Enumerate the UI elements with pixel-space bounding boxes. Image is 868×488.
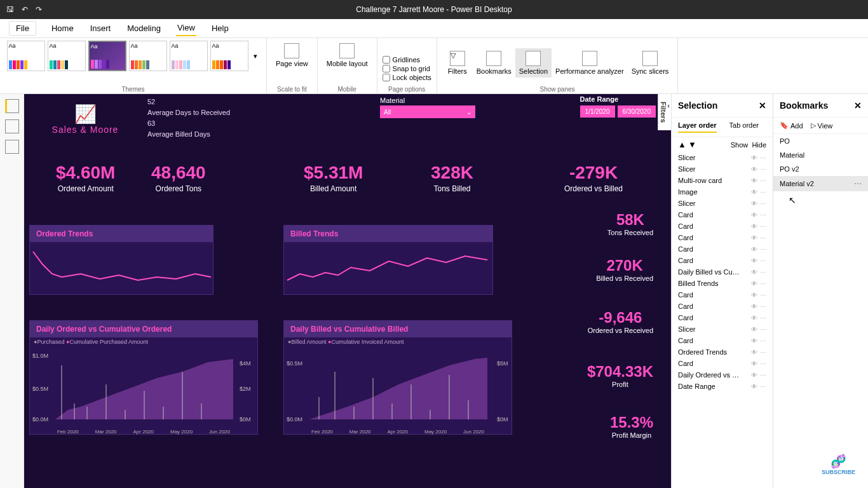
- gridlines-checkbox[interactable]: Gridlines: [383, 56, 420, 64]
- theme-swatch-6[interactable]: Aa: [210, 41, 248, 71]
- bookmark-item[interactable]: Material v2⋯: [773, 176, 868, 191]
- billed-trends-chart[interactable]: Billed Trends: [283, 225, 493, 295]
- move-up-icon[interactable]: ▲: [678, 140, 686, 149]
- filters-pane-toggle[interactable]: Filters: [658, 94, 671, 130]
- visibility-icon[interactable]: 👁: [751, 349, 757, 356]
- selection-item[interactable]: Card👁⋯: [672, 220, 773, 232]
- tab-home[interactable]: Home: [50, 21, 75, 36]
- more-icon[interactable]: ⋯: [760, 166, 766, 173]
- more-icon[interactable]: ⋯: [760, 280, 766, 287]
- mobile-layout-button[interactable]: Mobile layout: [323, 41, 372, 70]
- selection-item[interactable]: Card👁⋯: [672, 289, 773, 301]
- selection-item[interactable]: Card👁⋯: [672, 301, 773, 312]
- theme-swatch-3[interactable]: Aa: [88, 41, 126, 71]
- report-view-icon[interactable]: [5, 99, 19, 113]
- visibility-icon[interactable]: 👁: [751, 383, 757, 390]
- date-from[interactable]: 1/1/2020: [580, 105, 615, 118]
- selection-item[interactable]: Card👁⋯: [672, 243, 773, 255]
- selection-item[interactable]: Date Range👁⋯: [672, 381, 773, 392]
- move-down-icon[interactable]: ▼: [688, 140, 696, 149]
- filters-button[interactable]: ▽Filters: [442, 48, 473, 78]
- selection-item[interactable]: Card👁⋯: [672, 232, 773, 243]
- tab-insert[interactable]: Insert: [89, 21, 112, 36]
- visibility-icon[interactable]: 👁: [751, 189, 757, 196]
- visibility-icon[interactable]: 👁: [751, 360, 757, 367]
- close-icon[interactable]: ✕: [854, 100, 862, 111]
- tab-view[interactable]: View: [176, 20, 196, 36]
- bookmark-item[interactable]: Material: [773, 148, 868, 162]
- selection-item[interactable]: Card👁⋯: [672, 209, 773, 220]
- selection-item[interactable]: Slicer👁⋯: [672, 198, 773, 209]
- ordered-trends-chart[interactable]: Ordered Trends: [29, 225, 214, 295]
- tab-order-tab[interactable]: Tab order: [729, 121, 759, 133]
- visibility-icon[interactable]: 👁: [751, 154, 757, 161]
- themes-dropdown-icon[interactable]: ▾: [251, 52, 260, 60]
- selection-item[interactable]: Card👁⋯: [672, 335, 773, 346]
- redo-icon[interactable]: ↷: [36, 5, 42, 14]
- lock-checkbox[interactable]: Lock objects: [383, 74, 431, 81]
- selection-item[interactable]: Slicer👁⋯: [672, 152, 773, 163]
- selection-item[interactable]: Card👁⋯: [672, 312, 773, 323]
- date-to[interactable]: 6/30/2020: [618, 105, 656, 118]
- material-slicer[interactable]: Material All⌄: [380, 97, 475, 118]
- snap-checkbox[interactable]: Snap to grid: [383, 65, 430, 72]
- visibility-icon[interactable]: 👁: [751, 200, 757, 207]
- report-canvas[interactable]: Filters 📈 Sales & Moore 52 Average Days …: [24, 94, 671, 488]
- tab-help[interactable]: Help: [210, 21, 230, 36]
- theme-swatch-2[interactable]: Aa: [48, 41, 86, 71]
- selection-item[interactable]: Card👁⋯: [672, 358, 773, 369]
- daily-billed-combo-chart[interactable]: Daily Billed vs Cumulative Billed ●Bille…: [283, 320, 512, 435]
- selection-item[interactable]: Slicer👁⋯: [672, 163, 773, 175]
- selection-button[interactable]: Selection: [515, 48, 552, 78]
- performance-button[interactable]: Performance analyzer: [552, 48, 628, 78]
- visibility-icon[interactable]: 👁: [751, 246, 757, 253]
- theme-swatch-4[interactable]: Aa: [129, 41, 167, 71]
- visibility-icon[interactable]: 👁: [751, 166, 757, 173]
- more-icon[interactable]: ⋯: [760, 269, 766, 276]
- bookmarks-button[interactable]: Bookmarks: [473, 48, 515, 78]
- more-icon[interactable]: ⋯: [760, 383, 766, 390]
- more-icon[interactable]: ⋯: [760, 303, 766, 310]
- more-icon[interactable]: ⋯: [854, 179, 862, 188]
- more-icon[interactable]: ⋯: [760, 234, 766, 241]
- theme-swatch-5[interactable]: Aa: [170, 41, 208, 71]
- date-range-slicer[interactable]: Date Range 1/1/2020 6/30/2020: [580, 95, 656, 118]
- more-icon[interactable]: ⋯: [760, 200, 766, 207]
- bookmark-item[interactable]: PO v2: [773, 162, 868, 176]
- selection-item[interactable]: Card👁⋯: [672, 255, 773, 266]
- show-all[interactable]: Show: [731, 141, 749, 149]
- visibility-icon[interactable]: 👁: [751, 372, 757, 379]
- more-icon[interactable]: ⋯: [760, 223, 766, 230]
- sync-slicers-button[interactable]: Sync slicers: [628, 48, 673, 78]
- more-icon[interactable]: ⋯: [760, 257, 766, 264]
- add-bookmark-button[interactable]: 🔖Add: [780, 121, 803, 130]
- more-icon[interactable]: ⋯: [760, 360, 766, 367]
- more-icon[interactable]: ⋯: [760, 326, 766, 333]
- more-icon[interactable]: ⋯: [760, 246, 766, 253]
- visibility-icon[interactable]: 👁: [751, 234, 757, 241]
- selection-item[interactable]: Slicer👁⋯: [672, 323, 773, 335]
- view-bookmark-button[interactable]: ▷View: [811, 121, 833, 130]
- selection-item[interactable]: Daily Ordered vs Cu...👁⋯: [672, 369, 773, 381]
- visibility-icon[interactable]: 👁: [751, 269, 757, 276]
- visibility-icon[interactable]: 👁: [751, 257, 757, 264]
- visibility-icon[interactable]: 👁: [751, 223, 757, 230]
- more-icon[interactable]: ⋯: [760, 177, 766, 184]
- more-icon[interactable]: ⋯: [760, 189, 766, 196]
- hide-all[interactable]: Hide: [752, 141, 766, 149]
- bookmark-item[interactable]: PO: [773, 134, 868, 148]
- more-icon[interactable]: ⋯: [760, 154, 766, 161]
- more-icon[interactable]: ⋯: [760, 212, 766, 219]
- daily-ordered-combo-chart[interactable]: Daily Ordered vs Cumulative Ordered ●Pur…: [29, 320, 258, 435]
- selection-item[interactable]: Billed Trends👁⋯: [672, 278, 773, 289]
- more-icon[interactable]: ⋯: [760, 315, 766, 322]
- selection-item[interactable]: Daily Billed vs Cumul...👁⋯: [672, 266, 773, 278]
- more-icon[interactable]: ⋯: [760, 372, 766, 379]
- file-menu[interactable]: File: [9, 21, 36, 36]
- undo-icon[interactable]: ↶: [22, 5, 28, 14]
- visibility-icon[interactable]: 👁: [751, 212, 757, 219]
- visibility-icon[interactable]: 👁: [751, 326, 757, 333]
- page-view-button[interactable]: Page view: [272, 41, 312, 70]
- visibility-icon[interactable]: 👁: [751, 315, 757, 322]
- more-icon[interactable]: ⋯: [760, 337, 766, 344]
